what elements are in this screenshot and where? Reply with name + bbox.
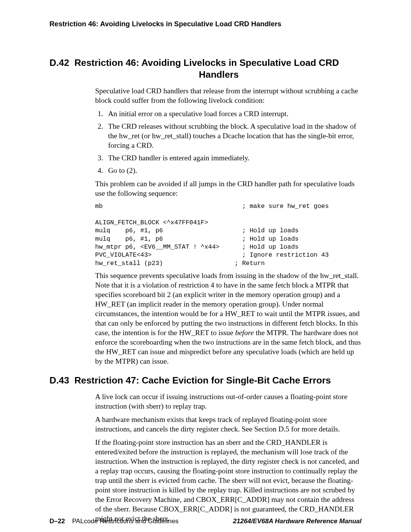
d42-list-item: Go to (2). bbox=[105, 166, 362, 176]
section-d42-body: Speculative load CRD handlers that relea… bbox=[95, 86, 362, 366]
d42-code-block: mb ; make sure hw_ret goes ALIGN_FETCH_B… bbox=[95, 202, 362, 268]
d42-after-list: This problem can be avoided if all jumps… bbox=[95, 179, 362, 198]
page-footer: D–22 PALcode Restrictions and Guidelines… bbox=[49, 518, 362, 525]
page-container: Restriction 46: Avoiding Livelocks in Sp… bbox=[0, 0, 411, 532]
d42-list-item: The CRD releases without scrubbing the b… bbox=[105, 122, 362, 150]
d42-intro: Speculative load CRD handlers that relea… bbox=[95, 86, 362, 105]
section-d43-heading: D.43 Restriction 47: Cache Eviction for … bbox=[49, 375, 362, 387]
d42-list: An initial error on a speculative load f… bbox=[95, 109, 362, 176]
d43-p2: A hardware mechanism exists that keeps t… bbox=[95, 415, 362, 434]
d43-p1: A live lock can occur if issuing instruc… bbox=[95, 392, 362, 411]
d43-p3: If the floating-point store instruction … bbox=[95, 438, 362, 524]
section-d42-title-line1: Restriction 46: Avoiding Livelocks in Sp… bbox=[74, 58, 339, 68]
footer-left-title: PALcode Restrictions and Guidelines bbox=[72, 518, 178, 525]
footer-right: 21264/EV68A Hardware Reference Manual bbox=[233, 518, 362, 525]
d42-after-code-pre: This sequence prevents speculative loads… bbox=[95, 272, 360, 337]
running-head: Restriction 46: Avoiding Livelocks in Sp… bbox=[49, 20, 362, 28]
d42-after-code-italic: before bbox=[235, 329, 254, 337]
section-d42-number: D.42 bbox=[49, 57, 69, 69]
section-d43-title: Restriction 47: Cache Eviction for Singl… bbox=[74, 375, 331, 385]
d42-list-item: The CRD handler is entered again immedia… bbox=[105, 153, 362, 163]
section-d43-number: D.43 bbox=[49, 375, 69, 387]
section-d43-body: A live lock can occur if issuing instruc… bbox=[95, 392, 362, 523]
footer-page-number: D–22 bbox=[49, 518, 65, 525]
footer-left: D–22 PALcode Restrictions and Guidelines bbox=[49, 518, 178, 525]
section-d42-title-line2: Handlers bbox=[76, 69, 362, 81]
d42-after-code: This sequence prevents speculative loads… bbox=[95, 271, 362, 366]
section-d42-heading: D.42 Restriction 46: Avoiding Livelocks … bbox=[49, 57, 362, 80]
d42-list-item: An initial error on a speculative load f… bbox=[105, 109, 362, 119]
